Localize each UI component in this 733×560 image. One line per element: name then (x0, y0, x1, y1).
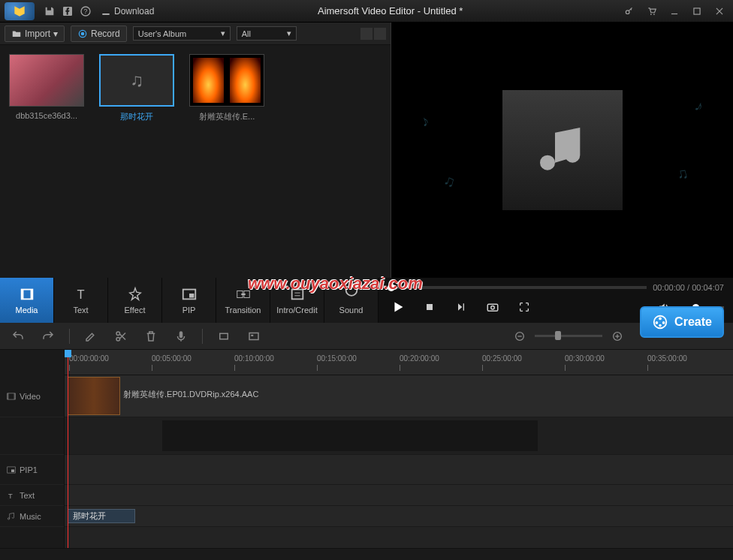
chevron-down-icon: ▾ (221, 29, 225, 38)
zoom-slider[interactable] (535, 335, 602, 337)
pip-icon (6, 465, 17, 475)
svg-point-5 (653, 14, 655, 15)
ruler-tick: 00:30:00:00 (565, 354, 605, 363)
svg-rect-40 (14, 393, 16, 399)
music-clip[interactable]: 那时花开 (68, 509, 135, 523)
ruler-tick: 00:35:00:00 (647, 354, 687, 363)
facebook-icon[interactable] (59, 2, 77, 20)
media-item-label: dbb315ce36d3... (9, 111, 84, 120)
preview-panel: ♪ ♫ ♪ ♫ (391, 23, 733, 278)
svg-point-4 (650, 14, 652, 15)
svg-rect-37 (617, 334, 617, 338)
crop-button[interactable] (215, 327, 233, 345)
import-label: Import (25, 29, 50, 39)
ruler-tick: 00:10:00:00 (234, 354, 274, 363)
help-icon[interactable]: ? (77, 2, 95, 20)
tab-introcredit[interactable]: Intro/Credit (270, 278, 324, 323)
minimize-button[interactable] (665, 2, 683, 20)
svg-rect-15 (189, 294, 194, 298)
spacer-track[interactable] (65, 417, 733, 455)
media-item-1[interactable]: ♫那时花开 (99, 54, 174, 269)
split-button[interactable] (112, 327, 130, 345)
redo-button[interactable] (39, 327, 57, 345)
music-note-icon (532, 120, 593, 180)
music-track[interactable]: 那时花开 (65, 506, 733, 527)
create-button[interactable]: Create (640, 306, 724, 338)
create-label: Create (674, 315, 712, 329)
svg-rect-20 (487, 305, 498, 312)
spacer-clip[interactable] (162, 420, 538, 451)
zoom-in-button[interactable] (608, 327, 626, 345)
mosaic-button[interactable] (245, 327, 263, 345)
window-title: Aimersoft Video Editor - Untitled * (160, 5, 620, 17)
tab-sound[interactable]: Sound (324, 278, 379, 323)
track-label-text[interactable]: T Text (0, 485, 64, 506)
svg-rect-31 (249, 333, 258, 339)
timeline-tracks[interactable]: 00:00:00:0000:05:00:0000:10:00:0000:15:0… (65, 350, 733, 548)
svg-point-3 (626, 10, 629, 14)
svg-rect-6 (671, 13, 677, 14)
media-toolbar: Import ▾ Record User's Album▾ All▾ (0, 23, 391, 45)
step-forward-button[interactable] (451, 297, 472, 318)
media-item-0[interactable]: dbb315ce36d3... (9, 54, 84, 269)
close-button[interactable] (710, 2, 728, 20)
record-button[interactable]: Record (71, 26, 127, 42)
svg-rect-39 (8, 393, 9, 399)
time-display: 00:00:00 / 00:04:07 (653, 283, 724, 292)
timeline-scrollbar[interactable] (0, 548, 733, 560)
chevron-down-icon: ▾ (287, 29, 291, 38)
svg-rect-42 (11, 469, 14, 472)
svg-point-9 (81, 32, 85, 35)
tab-pip[interactable]: PIP (162, 278, 216, 323)
grid-view-button[interactable] (360, 28, 373, 40)
video-track[interactable]: 射雕英雄传.EP01.DVDRip.x264.AAC (65, 375, 733, 417)
tab-effect[interactable]: Effect (108, 278, 162, 323)
track-label-video[interactable]: Video (0, 375, 64, 417)
media-item-2[interactable]: 射雕英雄传.E... (189, 54, 264, 269)
track-label-pip1[interactable]: PIP1 (0, 455, 64, 485)
seek-slider[interactable] (388, 286, 647, 289)
import-button[interactable]: Import ▾ (5, 26, 65, 42)
maximize-button[interactable] (688, 2, 706, 20)
tab-text[interactable]: TText (54, 278, 108, 323)
svg-text:T: T (77, 288, 84, 301)
timeline-ruler[interactable]: 00:00:00:0000:05:00:0000:10:00:0000:15:0… (65, 350, 733, 375)
save-icon[interactable] (41, 2, 59, 20)
media-grid: dbb315ce36d3...♫那时花开射雕英雄传.E... (0, 45, 391, 278)
tab-media[interactable]: Media (0, 278, 54, 323)
svg-point-27 (116, 332, 120, 336)
video-clip[interactable] (68, 377, 120, 415)
delete-button[interactable] (142, 327, 160, 345)
media-item-label: 射雕英雄传.E... (189, 111, 264, 122)
ruler-tick: 00:15:00:00 (317, 354, 357, 363)
voiceover-button[interactable] (172, 327, 190, 345)
text-track[interactable] (65, 485, 733, 506)
play-button[interactable] (388, 297, 409, 318)
ruler-tick: 00:25:00:00 (482, 354, 522, 363)
cart-icon[interactable] (643, 2, 661, 20)
film-icon (6, 391, 17, 402)
track-labels: Video PIP1 T Text Music (0, 350, 65, 548)
svg-text:?: ? (84, 8, 88, 15)
tabs: MediaTTextEffectPIPTransitionIntro/Credi… (0, 278, 379, 323)
svg-rect-32 (251, 334, 253, 336)
download-button[interactable]: Download (95, 6, 160, 17)
record-icon (77, 29, 88, 39)
svg-point-28 (116, 337, 120, 341)
key-icon[interactable] (620, 2, 638, 20)
snapshot-button[interactable] (482, 297, 503, 318)
stop-button[interactable] (419, 297, 440, 318)
ruler-tick: 00:20:00:00 (400, 354, 439, 363)
undo-button[interactable] (9, 327, 27, 345)
filter-dropdown[interactable]: All▾ (237, 26, 297, 41)
zoom-out-button[interactable] (511, 327, 529, 345)
track-label-music[interactable]: Music (0, 506, 64, 527)
pip1-track[interactable] (65, 455, 733, 485)
list-view-button[interactable] (374, 28, 386, 40)
media-item-label: 那时花开 (99, 111, 174, 122)
edit-clip-button[interactable] (82, 327, 100, 345)
playhead[interactable] (68, 350, 68, 548)
album-dropdown[interactable]: User's Album▾ (133, 26, 231, 41)
tab-transition[interactable]: Transition (216, 278, 270, 323)
fullscreen-button[interactable] (514, 297, 535, 318)
